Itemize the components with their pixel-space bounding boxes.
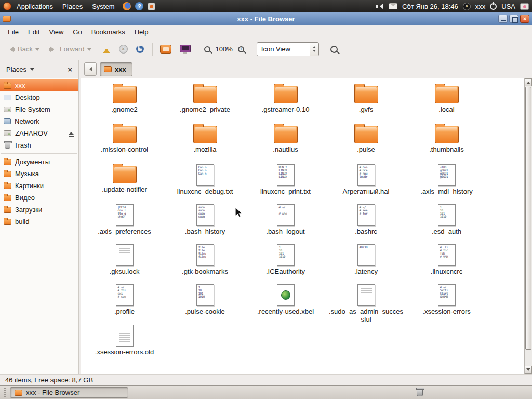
- menu-places[interactable]: Places: [58, 2, 87, 11]
- file-item[interactable]: 1 10 101 1010.esd_auth: [406, 203, 487, 243]
- sidebar-item-Trash[interactable]: Trash: [0, 139, 78, 151]
- file-item[interactable]: .gvfs: [326, 83, 406, 123]
- minimize-button[interactable]: [498, 15, 508, 23]
- keyboard-icon[interactable]: [520, 3, 529, 10]
- taskbar-window-button[interactable]: xxx - File Browser: [10, 387, 128, 398]
- view-mode-select[interactable]: Icon View: [257, 42, 319, 56]
- places-selector[interactable]: Places: [4, 64, 36, 75]
- file-item[interactable]: RUN_I LINUX LINUX LINUXlinuxcnc_print.tx…: [245, 163, 326, 203]
- menu-system[interactable]: System: [88, 2, 118, 11]
- clock[interactable]: Сбт Янв 26, 18:46: [402, 3, 458, 10]
- view-mode-spinner[interactable]: [310, 43, 318, 56]
- sidebar-item-Desktop[interactable]: Desktop: [0, 91, 78, 103]
- reload-button[interactable]: [136, 45, 144, 53]
- trash-applet-icon[interactable]: [417, 389, 423, 396]
- sidebar-item-Документы[interactable]: Документы: [0, 156, 78, 168]
- vertical-scrollbar[interactable]: [524, 78, 532, 374]
- folder-icon: [274, 126, 298, 143]
- package-launcher-icon[interactable]: [148, 3, 155, 10]
- menu-view[interactable]: View: [45, 26, 67, 37]
- file-item[interactable]: # ~/. # Thi exi # see.profile: [84, 283, 165, 323]
- eject-icon[interactable]: [69, 132, 74, 135]
- keyboard-layout-indicator[interactable]: USA: [501, 3, 515, 10]
- forward-button[interactable]: Forward: [46, 43, 94, 56]
- scroll-up-button[interactable]: [525, 78, 532, 86]
- file-item[interactable]: .local: [406, 83, 487, 123]
- sidebar-item-Музыка[interactable]: Музыка: [0, 168, 78, 180]
- scrollbar-thumb[interactable]: [525, 87, 531, 350]
- sidebar-item-Картинки[interactable]: Картинки: [0, 180, 78, 192]
- user-badge-icon[interactable]: ×: [463, 3, 471, 10]
- file-item[interactable]: .recently-used.xbel: [245, 283, 326, 323]
- path-scroll-left-button[interactable]: [84, 62, 97, 76]
- file-item[interactable]: .mozilla: [165, 123, 245, 163]
- scroll-down-button[interactable]: [525, 366, 532, 374]
- file-item[interactable]: .gstreamer-0.10: [245, 83, 326, 123]
- file-item[interactable]: .mission-control: [84, 123, 165, 163]
- user-name[interactable]: xxx: [475, 3, 486, 10]
- file-item[interactable]: # ~/. # whe.bash_logout: [245, 203, 326, 243]
- volume-icon[interactable]: [376, 3, 384, 10]
- file-item[interactable]: s100 g0G91 g0G91 g0G91.axis_mdi_history: [406, 163, 487, 203]
- text-document-icon: # .li # for [SE # VAR: [438, 244, 456, 266]
- file-item[interactable]: .gnome2_private: [165, 83, 245, 123]
- back-history-chevron-icon[interactable]: [35, 48, 39, 53]
- up-button[interactable]: [102, 45, 111, 54]
- file-item[interactable]: Can n Can n Can nlinuxcnc_debug.txt: [165, 163, 245, 203]
- file-item[interactable]: # .li # for [SE # VAR.linuxcncrc: [406, 243, 487, 283]
- forward-history-chevron-icon[interactable]: [87, 48, 91, 53]
- zoom-level: 100%: [215, 45, 234, 53]
- sidebar-close-icon[interactable]: ×: [65, 65, 74, 74]
- sidebar-item-Загрузки[interactable]: Загрузки: [0, 204, 78, 216]
- mail-icon[interactable]: [389, 3, 397, 9]
- close-button[interactable]: ×: [520, 15, 529, 23]
- file-item[interactable]: file: file: file: file:.gtk-bookmarks: [165, 243, 245, 283]
- browser-launcher-icon[interactable]: [123, 2, 131, 10]
- zoom-in-icon[interactable]: +: [238, 46, 244, 52]
- sidebar-item-Видео[interactable]: Видео: [0, 192, 78, 204]
- menu-go[interactable]: Go: [69, 26, 85, 37]
- file-item[interactable]: 40738.latency: [326, 243, 406, 283]
- file-item[interactable]: [DEFA dro_l tto_g show.axis_preferences: [84, 203, 165, 243]
- file-item[interactable]: sudo sudo sudo sudo.bash_history: [165, 203, 245, 243]
- file-item[interactable]: 1 10 101 1010.pulse-cookie: [165, 283, 245, 323]
- computer-button[interactable]: [180, 45, 191, 52]
- file-preview-text: 1 10 101 1010: [440, 206, 455, 218]
- menu-bookmarks[interactable]: Bookmarks: [88, 26, 129, 37]
- file-item[interactable]: .xsession-errors.old: [84, 323, 165, 363]
- power-icon[interactable]: [490, 3, 497, 10]
- sidebar-item-ZAHAROV[interactable]: ZAHAROV: [0, 127, 78, 139]
- file-item[interactable]: .gnome2: [84, 83, 165, 123]
- distro-menu-icon[interactable]: [3, 2, 11, 10]
- zoom-out-icon[interactable]: −: [204, 46, 210, 52]
- path-button-current[interactable]: xxx: [100, 62, 132, 76]
- stop-button[interactable]: ×: [119, 45, 128, 54]
- sidebar-item-xxx[interactable]: xxx: [0, 79, 78, 91]
- sidebar-item-File System[interactable]: File System: [0, 103, 78, 115]
- menu-applications[interactable]: Applications: [12, 2, 57, 11]
- home-button[interactable]: [160, 45, 171, 54]
- menu-file[interactable]: File: [4, 26, 22, 37]
- sidebar-item-Network[interactable]: Network: [0, 115, 78, 127]
- file-item[interactable]: .update-notifier: [84, 163, 165, 203]
- maximize-button[interactable]: [509, 15, 518, 23]
- file-item[interactable]: .gksu.lock: [84, 243, 165, 283]
- file-item[interactable]: .nautilus: [245, 123, 326, 163]
- file-item[interactable]: .pulse: [326, 123, 406, 163]
- search-icon[interactable]: [330, 46, 338, 53]
- taskbar-grip[interactable]: [4, 388, 6, 397]
- file-item[interactable]: # ~/. # see # for.bashrc: [326, 203, 406, 243]
- globe-document-icon: [277, 284, 295, 306]
- file-item[interactable]: .thumbnails: [406, 123, 487, 163]
- file-item[interactable]: # Соз # Все # при loadrАгрегатный.hal: [326, 163, 406, 203]
- scrollbar-track[interactable]: [525, 86, 532, 366]
- menu-help[interactable]: Help: [131, 26, 152, 37]
- window-titlebar[interactable]: xxx - File Browser ×: [0, 12, 532, 25]
- help-launcher-icon[interactable]: ?: [135, 2, 143, 10]
- file-item[interactable]: 1 10 101 1010.ICEauthority: [245, 243, 326, 283]
- file-item[interactable]: # ~/. Setti Start GNOME.xsession-errors: [406, 283, 487, 323]
- back-button[interactable]: Back: [4, 43, 42, 56]
- menu-edit[interactable]: Edit: [24, 26, 43, 37]
- file-item[interactable]: .sudo_as_admin_successful: [326, 283, 406, 323]
- sidebar-item-build[interactable]: build: [0, 216, 78, 228]
